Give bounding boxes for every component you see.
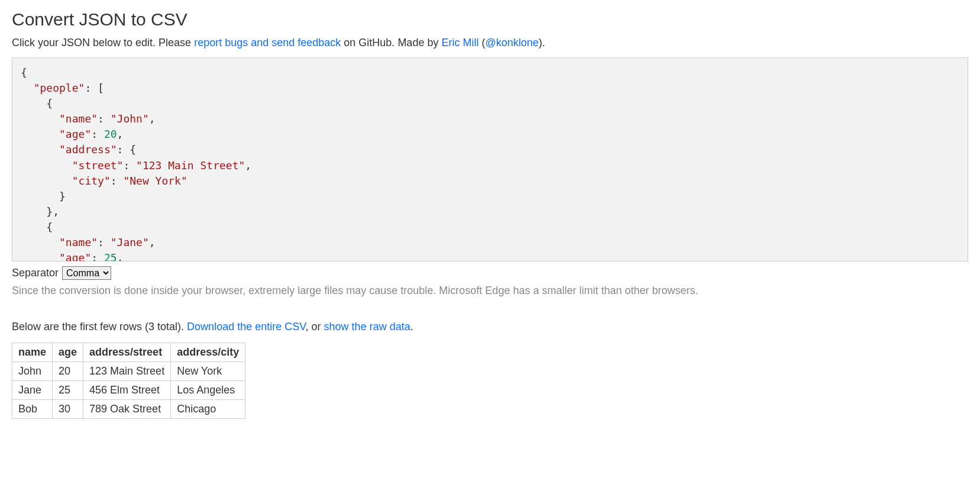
table-cell: Chicago bbox=[171, 400, 245, 419]
intro-mid2: ( bbox=[478, 37, 485, 49]
below-mid: , or bbox=[306, 321, 324, 333]
json-editor[interactable]: { "people": [ { "name": "John", "age": 2… bbox=[12, 57, 968, 262]
table-row: Jane25456 Elm StreetLos Angeles bbox=[12, 381, 245, 400]
table-header: age bbox=[53, 343, 83, 362]
table-cell: 30 bbox=[53, 400, 83, 419]
page-title: Convert JSON to CSV bbox=[12, 9, 968, 30]
twitter-link[interactable]: @konklone bbox=[485, 37, 538, 49]
table-cell: 123 Main Street bbox=[83, 362, 171, 381]
table-cell: Bob bbox=[12, 400, 53, 419]
table-cell: 25 bbox=[53, 381, 83, 400]
separator-label: Separator bbox=[12, 267, 59, 279]
intro-mid1: on GitHub. Made by bbox=[341, 37, 441, 49]
table-cell: John bbox=[12, 362, 53, 381]
table-row: John20123 Main StreetNew York bbox=[12, 362, 245, 381]
intro-text: Click your JSON below to edit. Please re… bbox=[12, 37, 968, 49]
below-text: Below are the first few rows (3 total). … bbox=[12, 321, 968, 333]
table-cell: Jane bbox=[12, 381, 53, 400]
table-cell: 20 bbox=[53, 362, 83, 381]
intro-post: ). bbox=[539, 37, 545, 49]
table-header: address/street bbox=[83, 343, 171, 362]
table-cell: New York bbox=[171, 362, 245, 381]
warning-text: Since the conversion is done inside your… bbox=[12, 285, 968, 297]
below-pre: Below are the first few rows (3 total). bbox=[12, 321, 187, 333]
table-cell: 789 Oak Street bbox=[83, 400, 171, 419]
table-header: name bbox=[12, 343, 53, 362]
table-row: Bob30789 Oak StreetChicago bbox=[12, 400, 245, 419]
download-csv-link[interactable]: Download the entire CSV bbox=[187, 321, 305, 333]
intro-pre: Click your JSON below to edit. Please bbox=[12, 37, 194, 49]
table-header: address/city bbox=[171, 343, 245, 362]
show-raw-link[interactable]: show the raw data bbox=[324, 321, 410, 333]
author-link[interactable]: Eric Mill bbox=[441, 37, 478, 49]
table-cell: Los Angeles bbox=[171, 381, 245, 400]
table-cell: 456 Elm Street bbox=[83, 381, 171, 400]
separator-select[interactable]: Comma bbox=[62, 266, 111, 280]
below-post: . bbox=[410, 321, 413, 333]
preview-table: nameageaddress/streetaddress/city John20… bbox=[12, 343, 245, 419]
report-bugs-link[interactable]: report bugs and send feedback bbox=[194, 37, 341, 49]
